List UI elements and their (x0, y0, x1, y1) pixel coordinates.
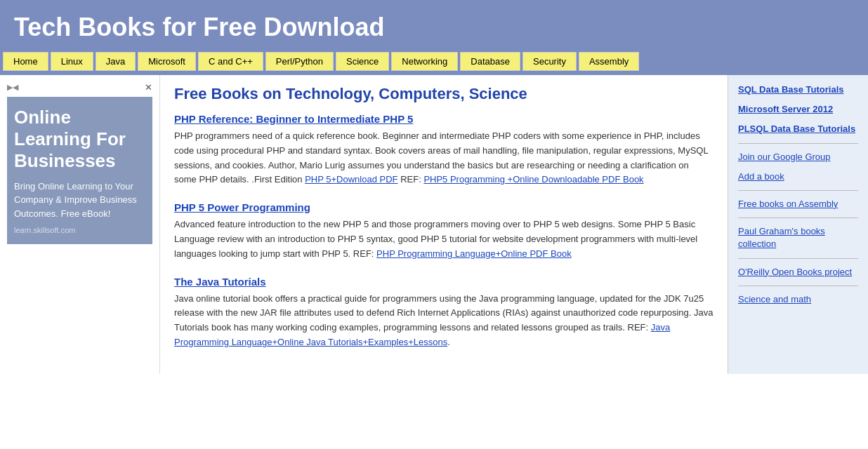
nav-item-perl[interactable]: Perl/Python (265, 52, 334, 71)
book-link-2[interactable]: PHP 5 Power Programming (174, 201, 310, 213)
sidebar-link-sql[interactable]: SQL Data Base Tutorials (738, 83, 858, 96)
left-sidebar: ▶◀ ✕ Online Learning For Businesses Brin… (0, 75, 160, 374)
navigation: Home Linux Java Microsoft C and C++ Perl… (0, 52, 868, 75)
book-entry-1: PHP Reference: Beginner to Intermediate … (174, 113, 714, 187)
advertisement: Online Learning For Businesses Bring Onl… (7, 97, 152, 244)
sidebar-link-google-group[interactable]: Join our Google Group (738, 151, 858, 163)
nav-item-database[interactable]: Database (460, 52, 520, 71)
sidebar-link-mssql[interactable]: Microsoft Server 2012 (738, 103, 858, 116)
ad-body: Bring Online Learning to Your Company & … (14, 180, 145, 221)
sidebar-link-plsql[interactable]: PLSQL Data Base Tutorials (738, 123, 858, 135)
sidebar-link-graham[interactable]: Paul Graham's books collection (738, 225, 858, 250)
book-title-1: PHP Reference: Beginner to Intermediate … (174, 113, 714, 125)
nav-link-perl[interactable]: Perl/Python (265, 52, 334, 71)
ad-close-button[interactable]: ✕ (145, 82, 152, 93)
book-desc-3: Java online tutorial book offers a pract… (174, 292, 714, 350)
book-entry-2: PHP 5 Power Programming Advanced feature… (174, 201, 714, 261)
ad-heading: Online Learning For Businesses (14, 107, 145, 173)
nav-link-networking[interactable]: Networking (391, 52, 458, 71)
book-ref-suffix-3: . (447, 337, 450, 347)
sidebar-divider-2 (738, 190, 858, 191)
ad-controls: ▶◀ ✕ (7, 82, 152, 93)
nav-item-networking[interactable]: Networking (391, 52, 458, 71)
content-heading: Free Books on Technology, Computers, Sci… (174, 85, 714, 103)
sidebar-divider-5 (738, 286, 858, 286)
nav-item-security[interactable]: Security (522, 52, 577, 71)
book-desc-1: PHP programmers need of a quick referenc… (174, 129, 714, 187)
book-pdf-link-1[interactable]: PHP 5+Download PDF (305, 174, 397, 185)
nav-list: Home Linux Java Microsoft C and C++ Perl… (0, 52, 868, 71)
sidebar-link-science[interactable]: Science and math (738, 293, 858, 306)
nav-item-java[interactable]: Java (96, 52, 136, 71)
book-ref-link-1[interactable]: PHP5 Programming +Online Downloadable PD… (423, 174, 643, 185)
sidebar-link-oreilly[interactable]: O'Reilly Open Books project (738, 266, 858, 279)
book-entry-3: The Java Tutorials Java online tutorial … (174, 276, 714, 350)
nav-link-science[interactable]: Science (336, 52, 389, 71)
nav-item-science[interactable]: Science (336, 52, 389, 71)
book-link-1[interactable]: PHP Reference: Beginner to Intermediate … (174, 113, 413, 125)
ad-footer: learn.skillsoft.com (14, 226, 145, 234)
nav-link-microsoft[interactable]: Microsoft (138, 52, 196, 71)
nav-link-c[interactable]: C and C++ (198, 52, 263, 71)
book-title-3: The Java Tutorials (174, 276, 714, 288)
book-title-2: PHP 5 Power Programming (174, 201, 714, 213)
book-desc-2: Advanced feature introduction to the new… (174, 217, 714, 261)
sidebar-divider-4 (738, 258, 858, 259)
book-desc-text-3: Java online tutorial book offers a pract… (174, 293, 713, 333)
nav-link-home[interactable]: Home (3, 52, 48, 71)
nav-item-linux[interactable]: Linux (51, 52, 93, 71)
ad-label: ▶◀ (7, 83, 18, 92)
nav-link-assembly[interactable]: Assembly (579, 52, 639, 71)
sidebar-divider-3 (738, 217, 858, 218)
main-content: Free Books on Technology, Computers, Sci… (160, 75, 728, 374)
nav-item-home[interactable]: Home (3, 52, 48, 71)
nav-link-linux[interactable]: Linux (51, 52, 93, 71)
nav-item-assembly[interactable]: Assembly (579, 52, 639, 71)
nav-link-java[interactable]: Java (96, 52, 136, 71)
sidebar-link-assembly[interactable]: Free books on Assembly (738, 198, 858, 210)
ref-sep-1: REF: (398, 174, 424, 185)
book-ref-link-2[interactable]: PHP Programming Language+Online PDF Book (376, 248, 572, 259)
nav-item-c[interactable]: C and C++ (198, 52, 263, 71)
sidebar-link-add-book[interactable]: Add a book (738, 170, 858, 183)
site-header: Tech Books for Free Download (0, 0, 868, 52)
book-link-3[interactable]: The Java Tutorials (174, 276, 266, 288)
sidebar-divider (738, 143, 858, 144)
nav-item-microsoft[interactable]: Microsoft (138, 52, 196, 71)
main-wrapper: ▶◀ ✕ Online Learning For Businesses Brin… (0, 75, 868, 374)
nav-link-database[interactable]: Database (460, 52, 520, 71)
nav-link-security[interactable]: Security (522, 52, 577, 71)
site-title: Tech Books for Free Download (14, 13, 854, 42)
right-sidebar: SQL Data Base Tutorials Microsoft Server… (728, 75, 868, 374)
